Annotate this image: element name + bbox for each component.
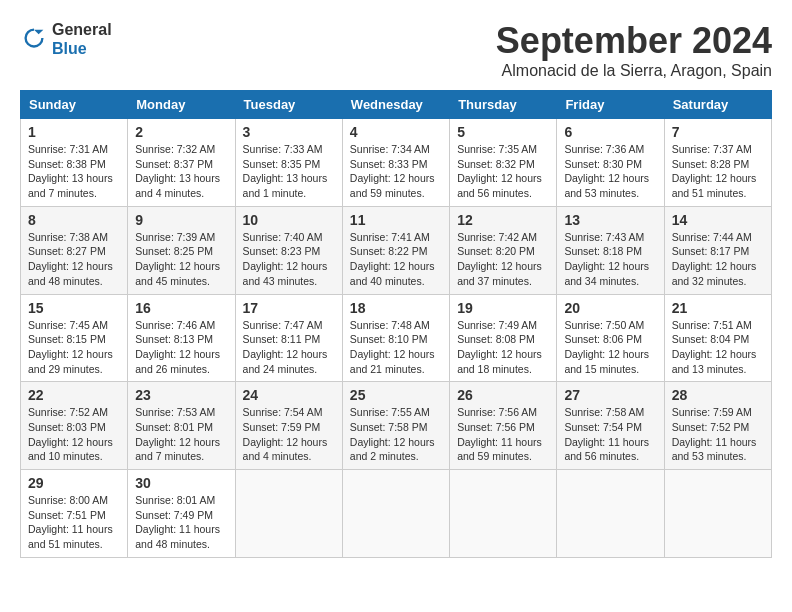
day-number: 24 [243,387,335,403]
table-row: 15Sunrise: 7:45 AM Sunset: 8:15 PM Dayli… [21,294,128,382]
day-info: Sunrise: 7:50 AM Sunset: 8:06 PM Dayligh… [564,318,656,377]
day-info: Sunrise: 7:42 AM Sunset: 8:20 PM Dayligh… [457,230,549,289]
day-number: 30 [135,475,227,491]
col-sunday: Sunday [21,91,128,119]
table-row: 19Sunrise: 7:49 AM Sunset: 8:08 PM Dayli… [450,294,557,382]
day-number: 8 [28,212,120,228]
table-row [450,470,557,558]
col-monday: Monday [128,91,235,119]
calendar-week-row: 22Sunrise: 7:52 AM Sunset: 8:03 PM Dayli… [21,382,772,470]
table-row [235,470,342,558]
day-number: 4 [350,124,442,140]
table-row: 24Sunrise: 7:54 AM Sunset: 7:59 PM Dayli… [235,382,342,470]
table-row [557,470,664,558]
day-info: Sunrise: 7:37 AM Sunset: 8:28 PM Dayligh… [672,142,764,201]
table-row: 10Sunrise: 7:40 AM Sunset: 8:23 PM Dayli… [235,206,342,294]
table-row: 1Sunrise: 7:31 AM Sunset: 8:38 PM Daylig… [21,119,128,207]
day-number: 13 [564,212,656,228]
day-number: 7 [672,124,764,140]
day-number: 20 [564,300,656,316]
day-info: Sunrise: 7:35 AM Sunset: 8:32 PM Dayligh… [457,142,549,201]
table-row: 22Sunrise: 7:52 AM Sunset: 8:03 PM Dayli… [21,382,128,470]
table-row: 2Sunrise: 7:32 AM Sunset: 8:37 PM Daylig… [128,119,235,207]
table-row: 27Sunrise: 7:58 AM Sunset: 7:54 PM Dayli… [557,382,664,470]
day-info: Sunrise: 7:51 AM Sunset: 8:04 PM Dayligh… [672,318,764,377]
table-row: 14Sunrise: 7:44 AM Sunset: 8:17 PM Dayli… [664,206,771,294]
table-row: 16Sunrise: 7:46 AM Sunset: 8:13 PM Dayli… [128,294,235,382]
day-info: Sunrise: 7:49 AM Sunset: 8:08 PM Dayligh… [457,318,549,377]
calendar-header-row: Sunday Monday Tuesday Wednesday Thursday… [21,91,772,119]
day-number: 5 [457,124,549,140]
calendar-week-row: 1Sunrise: 7:31 AM Sunset: 8:38 PM Daylig… [21,119,772,207]
day-info: Sunrise: 7:48 AM Sunset: 8:10 PM Dayligh… [350,318,442,377]
col-tuesday: Tuesday [235,91,342,119]
day-number: 10 [243,212,335,228]
day-number: 3 [243,124,335,140]
day-number: 18 [350,300,442,316]
table-row: 8Sunrise: 7:38 AM Sunset: 8:27 PM Daylig… [21,206,128,294]
col-wednesday: Wednesday [342,91,449,119]
calendar-week-row: 15Sunrise: 7:45 AM Sunset: 8:15 PM Dayli… [21,294,772,382]
page-header: General Blue September 2024 Almonacid de… [20,20,772,80]
day-number: 14 [672,212,764,228]
calendar-week-row: 8Sunrise: 7:38 AM Sunset: 8:27 PM Daylig… [21,206,772,294]
day-info: Sunrise: 7:41 AM Sunset: 8:22 PM Dayligh… [350,230,442,289]
table-row: 3Sunrise: 7:33 AM Sunset: 8:35 PM Daylig… [235,119,342,207]
day-info: Sunrise: 7:53 AM Sunset: 8:01 PM Dayligh… [135,405,227,464]
day-number: 28 [672,387,764,403]
calendar-week-row: 29Sunrise: 8:00 AM Sunset: 7:51 PM Dayli… [21,470,772,558]
day-number: 29 [28,475,120,491]
day-info: Sunrise: 7:34 AM Sunset: 8:33 PM Dayligh… [350,142,442,201]
day-info: Sunrise: 7:36 AM Sunset: 8:30 PM Dayligh… [564,142,656,201]
table-row [664,470,771,558]
table-row: 26Sunrise: 7:56 AM Sunset: 7:56 PM Dayli… [450,382,557,470]
logo-general: General [52,21,112,38]
table-row: 30Sunrise: 8:01 AM Sunset: 7:49 PM Dayli… [128,470,235,558]
day-number: 15 [28,300,120,316]
table-row: 18Sunrise: 7:48 AM Sunset: 8:10 PM Dayli… [342,294,449,382]
day-info: Sunrise: 7:47 AM Sunset: 8:11 PM Dayligh… [243,318,335,377]
day-number: 23 [135,387,227,403]
table-row: 7Sunrise: 7:37 AM Sunset: 8:28 PM Daylig… [664,119,771,207]
table-row [342,470,449,558]
table-row: 11Sunrise: 7:41 AM Sunset: 8:22 PM Dayli… [342,206,449,294]
day-number: 6 [564,124,656,140]
table-row: 25Sunrise: 7:55 AM Sunset: 7:58 PM Dayli… [342,382,449,470]
month-title: September 2024 [496,20,772,62]
day-number: 21 [672,300,764,316]
day-number: 19 [457,300,549,316]
day-info: Sunrise: 7:59 AM Sunset: 7:52 PM Dayligh… [672,405,764,464]
day-info: Sunrise: 7:52 AM Sunset: 8:03 PM Dayligh… [28,405,120,464]
day-number: 22 [28,387,120,403]
table-row: 28Sunrise: 7:59 AM Sunset: 7:52 PM Dayli… [664,382,771,470]
day-number: 17 [243,300,335,316]
day-info: Sunrise: 7:39 AM Sunset: 8:25 PM Dayligh… [135,230,227,289]
day-info: Sunrise: 7:38 AM Sunset: 8:27 PM Dayligh… [28,230,120,289]
day-info: Sunrise: 7:31 AM Sunset: 8:38 PM Dayligh… [28,142,120,201]
day-number: 25 [350,387,442,403]
day-number: 16 [135,300,227,316]
col-saturday: Saturday [664,91,771,119]
table-row: 12Sunrise: 7:42 AM Sunset: 8:20 PM Dayli… [450,206,557,294]
day-info: Sunrise: 8:00 AM Sunset: 7:51 PM Dayligh… [28,493,120,552]
day-number: 26 [457,387,549,403]
logo-blue: Blue [52,40,87,57]
location: Almonacid de la Sierra, Aragon, Spain [496,62,772,80]
day-info: Sunrise: 7:58 AM Sunset: 7:54 PM Dayligh… [564,405,656,464]
title-block: September 2024 Almonacid de la Sierra, A… [496,20,772,80]
logo-icon [20,25,48,53]
day-info: Sunrise: 7:40 AM Sunset: 8:23 PM Dayligh… [243,230,335,289]
day-info: Sunrise: 7:33 AM Sunset: 8:35 PM Dayligh… [243,142,335,201]
day-info: Sunrise: 7:45 AM Sunset: 8:15 PM Dayligh… [28,318,120,377]
day-number: 27 [564,387,656,403]
day-info: Sunrise: 8:01 AM Sunset: 7:49 PM Dayligh… [135,493,227,552]
day-info: Sunrise: 7:43 AM Sunset: 8:18 PM Dayligh… [564,230,656,289]
day-number: 2 [135,124,227,140]
day-number: 11 [350,212,442,228]
table-row: 6Sunrise: 7:36 AM Sunset: 8:30 PM Daylig… [557,119,664,207]
table-row: 13Sunrise: 7:43 AM Sunset: 8:18 PM Dayli… [557,206,664,294]
table-row: 9Sunrise: 7:39 AM Sunset: 8:25 PM Daylig… [128,206,235,294]
day-number: 1 [28,124,120,140]
day-info: Sunrise: 7:56 AM Sunset: 7:56 PM Dayligh… [457,405,549,464]
day-info: Sunrise: 7:54 AM Sunset: 7:59 PM Dayligh… [243,405,335,464]
